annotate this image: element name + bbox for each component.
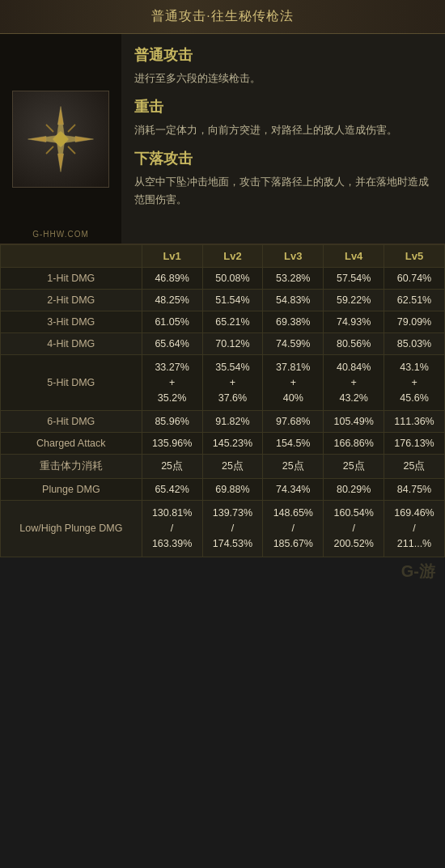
cell-value: 48.25%	[142, 290, 202, 311]
row-label: 3-Hit DMG	[1, 311, 142, 333]
col-header-lv5: Lv5	[384, 245, 445, 268]
cell-value: 25点	[142, 455, 202, 479]
table-row: Plunge DMG65.42%69.88%74.34%80.29%84.75%	[1, 479, 445, 501]
cell-value: 46.89%	[142, 268, 202, 290]
cell-value: 166.86%	[324, 433, 384, 455]
cell-value: 33.27%+35.2%	[142, 355, 202, 411]
cell-value: 139.73%/174.53%	[202, 501, 263, 557]
cell-value: 59.22%	[324, 290, 384, 311]
table-row: 1-Hit DMG46.89%50.08%53.28%57.54%60.74%	[1, 268, 445, 290]
title-bar: 普通攻击·往生秘传枪法	[0, 0, 445, 34]
stats-table: Lv1 Lv2 Lv3 Lv4 Lv5 1-Hit DMG46.89%50.08…	[0, 244, 445, 557]
svg-line-7	[68, 125, 75, 132]
cell-value: 25点	[324, 455, 384, 479]
table-row: 2-Hit DMG48.25%51.54%54.83%59.22%62.51%	[1, 290, 445, 311]
cell-value: 37.81%+40%	[263, 355, 324, 411]
table-row: 3-Hit DMG61.05%65.21%69.38%74.93%79.09%	[1, 311, 445, 333]
cell-value: 111.36%	[384, 411, 445, 433]
plunge-attack-title: 下落攻击	[134, 149, 434, 168]
cell-value: 25点	[384, 455, 445, 479]
cell-value: 79.09%	[384, 311, 445, 333]
row-label: Plunge DMG	[1, 479, 142, 501]
row-label: 重击体力消耗	[1, 455, 142, 479]
cell-value: 160.54%/200.52%	[324, 501, 384, 557]
svg-line-9	[68, 146, 75, 154]
cell-value: 135.96%	[142, 433, 202, 455]
row-label: 6-Hit DMG	[1, 411, 142, 433]
skill-icon	[12, 91, 109, 188]
svg-line-8	[46, 146, 53, 154]
row-label: Charged Attack	[1, 433, 142, 455]
charged-attack-desc: 消耗一定体力，向前方突进，对路径上的敌人造成伤害。	[134, 121, 434, 139]
cell-value: 85.96%	[142, 411, 202, 433]
row-label: 1-Hit DMG	[1, 268, 142, 290]
bottom-watermark-text: G-游	[401, 562, 435, 580]
bottom-watermark-area: G-游	[0, 557, 445, 586]
cell-value: 74.59%	[263, 333, 324, 355]
row-label: 4-Hit DMG	[1, 333, 142, 355]
col-header-lv1: Lv1	[142, 245, 202, 268]
weapon-icon	[24, 103, 97, 176]
col-header-lv4: Lv4	[324, 245, 384, 268]
cell-value: 25点	[202, 455, 263, 479]
table-row: 重击体力消耗25点25点25点25点25点	[1, 455, 445, 479]
table-row: Charged Attack135.96%145.23%154.5%166.86…	[1, 433, 445, 455]
col-header-lv3: Lv3	[263, 245, 324, 268]
table-row: 6-Hit DMG85.96%91.82%97.68%105.49%111.36…	[1, 411, 445, 433]
col-header-label	[1, 245, 142, 268]
table-row: Low/High Plunge DMG130.81%/163.39%139.73…	[1, 501, 445, 557]
page-title: 普通攻击·往生秘传枪法	[151, 9, 293, 23]
cell-value: 97.68%	[263, 411, 324, 433]
cell-value: 35.54%+37.6%	[202, 355, 263, 411]
stats-table-wrapper: Lv1 Lv2 Lv3 Lv4 Lv5 1-Hit DMG46.89%50.08…	[0, 244, 445, 557]
cell-value: 60.74%	[384, 268, 445, 290]
svg-rect-1	[53, 130, 69, 146]
cell-value: 84.75%	[384, 479, 445, 501]
svg-marker-3	[75, 136, 94, 142]
cell-value: 74.34%	[263, 479, 324, 501]
cell-value: 51.54%	[202, 290, 263, 311]
watermark-label: G-HHW.COM	[32, 230, 89, 239]
cell-value: 43.1%+45.6%	[384, 355, 445, 411]
table-row: 5-Hit DMG33.27%+35.2%35.54%+37.6%37.81%+…	[1, 355, 445, 411]
cell-value: 69.88%	[202, 479, 263, 501]
cell-value: 70.12%	[202, 333, 263, 355]
cell-value: 74.93%	[324, 311, 384, 333]
cell-value: 91.82%	[202, 411, 263, 433]
cell-value: 176.13%	[384, 433, 445, 455]
cell-value: 40.84%+43.2%	[324, 355, 384, 411]
cell-value: 54.83%	[263, 290, 324, 311]
cell-value: 65.42%	[142, 479, 202, 501]
skill-info-section: G-HHW.COM 普通攻击 进行至多六段的连续枪击。 重击 消耗一定体力，向前…	[0, 34, 445, 244]
normal-attack-title: 普通攻击	[134, 45, 434, 65]
cell-value: 65.21%	[202, 311, 263, 333]
svg-line-6	[46, 125, 53, 132]
table-header-row: Lv1 Lv2 Lv3 Lv4 Lv5	[1, 245, 445, 268]
normal-attack-desc: 进行至多六段的连续枪击。	[134, 70, 434, 87]
svg-marker-2	[57, 106, 63, 125]
row-label: 2-Hit DMG	[1, 290, 142, 311]
cell-value: 62.51%	[384, 290, 445, 311]
cell-value: 145.23%	[202, 433, 263, 455]
table-row: 4-Hit DMG65.64%70.12%74.59%80.56%85.03%	[1, 333, 445, 355]
cell-value: 69.38%	[263, 311, 324, 333]
cell-value: 25点	[263, 455, 324, 479]
skill-text-area: 普通攻击 进行至多六段的连续枪击。 重击 消耗一定体力，向前方突进，对路径上的敌…	[121, 34, 445, 243]
cell-value: 61.05%	[142, 311, 202, 333]
charged-attack-title: 重击	[134, 97, 434, 116]
cell-value: 80.56%	[324, 333, 384, 355]
cell-value: 105.49%	[324, 411, 384, 433]
cell-value: 53.28%	[263, 268, 324, 290]
cell-value: 148.65%/185.67%	[263, 501, 324, 557]
plunge-attack-desc: 从空中下坠冲击地面，攻击下落路径上的敌人，并在落地时造成范围伤害。	[134, 173, 434, 209]
cell-value: 169.46%/211...%	[384, 501, 445, 557]
cell-value: 130.81%/163.39%	[142, 501, 202, 557]
svg-marker-4	[57, 154, 63, 172]
row-label: Low/High Plunge DMG	[1, 501, 142, 557]
cell-value: 80.29%	[324, 479, 384, 501]
cell-value: 65.64%	[142, 333, 202, 355]
cell-value: 154.5%	[263, 433, 324, 455]
skill-icon-area: G-HHW.COM	[0, 34, 121, 243]
cell-value: 50.08%	[202, 268, 263, 290]
row-label: 5-Hit DMG	[1, 355, 142, 411]
